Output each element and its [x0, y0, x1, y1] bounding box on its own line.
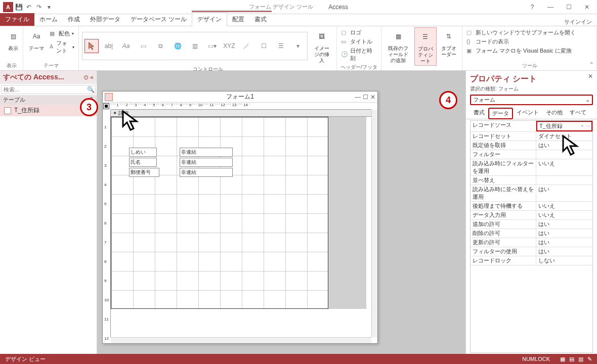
colors-button[interactable]: ▦配色▾ — [49, 29, 75, 38]
nav-pane-dropdown-icon[interactable]: ⊙ « — [83, 74, 94, 81]
property-value[interactable]: はい — [536, 185, 592, 201]
detail-section-bar[interactable]: ✦ 詳細 — [111, 110, 371, 117]
textbox-icon[interactable]: ab| — [102, 39, 116, 53]
convert-macro-button[interactable]: ▣フォーム マクロを Visual Basic に変換 — [465, 47, 577, 55]
label-name[interactable]: 氏名 — [129, 158, 157, 167]
tab-design[interactable]: デザイン — [192, 13, 227, 26]
tab-file[interactable]: ファイル — [0, 13, 34, 26]
vertical-ruler[interactable]: 1 2 3 4 5 6 7 8 9 10 11 12 — [103, 110, 111, 337]
property-sheet-object-selector[interactable]: フォーム ⌄ — [470, 95, 593, 105]
ps-tab-data[interactable]: データ — [488, 108, 513, 119]
tab-create[interactable]: 作成 — [63, 13, 85, 26]
pointer-icon[interactable] — [84, 39, 99, 53]
design-view-icon[interactable]: ✎ — [587, 356, 592, 362]
ps-tab-format[interactable]: 書式 — [470, 107, 488, 119]
form-close-icon[interactable]: ✕ — [370, 94, 375, 101]
property-row[interactable]: フィルターの使用はい — [471, 247, 592, 256]
ps-tab-event[interactable]: イベント — [513, 107, 542, 119]
form-maximize-icon[interactable]: ☐ — [363, 94, 368, 101]
property-value[interactable]: はい — [536, 238, 592, 247]
property-row[interactable]: 読み込み時に並べ替えを運用はい — [471, 185, 592, 202]
combobox-icon[interactable]: ▭▾ — [205, 39, 219, 53]
property-sheet-button[interactable]: ☰ プロパティシート — [414, 27, 437, 66]
textbox-postal[interactable]: 非連結 — [180, 168, 233, 177]
ps-tab-all[interactable]: すべて — [566, 107, 590, 119]
horizontal-scrollbar[interactable] — [111, 337, 371, 343]
property-row[interactable]: 追加の許可はい — [471, 220, 592, 229]
title-button[interactable]: ▭タイトル — [340, 37, 378, 46]
close-icon[interactable]: ✕ — [580, 4, 594, 11]
property-value[interactable]: はい — [536, 220, 592, 229]
label-icon[interactable]: Aa — [119, 39, 133, 53]
view-code-button[interactable]: {}コードの表示 — [465, 37, 577, 46]
property-value[interactable]: はい — [536, 247, 592, 256]
label-shimei[interactable]: しめい — [129, 148, 157, 157]
vertical-scrollbar[interactable] — [371, 110, 377, 337]
maximize-icon[interactable]: ☐ — [562, 4, 576, 11]
property-row[interactable]: 更新の許可はい — [471, 238, 592, 247]
tab-order-button[interactable]: ⇅ タブオーダー — [439, 27, 459, 59]
hyperlink-icon[interactable]: 🌐 — [170, 39, 185, 53]
save-icon[interactable]: 💾 — [14, 3, 23, 12]
minimize-icon[interactable]: — — [543, 4, 558, 11]
controls-gallery[interactable]: ab| Aa ▭ ⧉ 🌐 ▥ ▭▾ XYZ ／ ☐ ☰ ▾ — [82, 32, 308, 60]
toggle-icon[interactable]: ☐ — [257, 39, 271, 53]
tab-control-icon[interactable]: ⧉ — [153, 39, 167, 53]
redo-icon[interactable]: ↷ — [34, 3, 44, 12]
tab-arrange[interactable]: 配置 — [227, 13, 249, 26]
datetime-button[interactable]: 🕒日付と時刻 — [340, 47, 378, 63]
listbox-icon[interactable]: ☰ — [274, 39, 288, 53]
ps-tab-other[interactable]: その他 — [542, 107, 566, 119]
property-value[interactable]: T_住所録⌄ … — [536, 121, 592, 131]
tab-home[interactable]: ホーム — [34, 13, 63, 26]
property-row[interactable]: レコードソースT_住所録⌄ … — [471, 121, 592, 132]
add-existing-fields-button[interactable]: ▦ 既存のフィールドの追加 — [385, 27, 412, 65]
button-icon[interactable]: ▭ — [136, 39, 150, 53]
tab-format[interactable]: 書式 — [249, 13, 272, 26]
line-icon[interactable]: ／ — [239, 39, 253, 53]
textbox-name[interactable]: 非連結 — [180, 158, 233, 167]
form-view-icon[interactable]: ▦ — [560, 356, 565, 362]
subform-new-window-button[interactable]: ▢新しいウィンドウでサブフォームを開く — [465, 28, 577, 37]
tab-database-tools[interactable]: データベース ツール — [125, 13, 192, 26]
property-sheet-close-icon[interactable]: ✕ — [588, 73, 593, 80]
insert-image-button[interactable]: 🖼 イメージの挿入 — [310, 27, 333, 65]
property-row[interactable]: 並べ替え — [471, 176, 592, 185]
form-window-titlebar[interactable]: フォーム1 — ☐ ✕ — [103, 92, 377, 103]
property-value[interactable]: いいえ — [536, 211, 592, 219]
themes-button[interactable]: Aa テーマ — [26, 27, 47, 53]
search-icon[interactable]: 🔍 — [86, 85, 95, 94]
property-value[interactable]: しない — [536, 256, 592, 265]
property-value[interactable]: いいえ — [536, 159, 592, 175]
collapse-ribbon-icon[interactable]: ⌃ — [589, 61, 594, 68]
datasheet-view-icon[interactable]: ▤ — [569, 356, 574, 362]
property-row[interactable]: 後処理まで待機するいいえ — [471, 202, 592, 211]
horizontal-ruler[interactable]: ' ' ' 1 ' ' ' 2 ' ' ' 3 ' ' ' 4 ' ' ' 5 … — [111, 103, 371, 110]
view-button[interactable]: ▤ 表示 — [3, 27, 23, 53]
logo-button[interactable]: ▢ロゴ — [340, 28, 378, 37]
property-value[interactable]: はい — [536, 229, 592, 238]
label-postal[interactable]: 郵便番号 — [129, 168, 159, 177]
undo-icon[interactable]: ↶ — [24, 3, 33, 12]
chart-icon[interactable]: XYZ — [222, 39, 236, 53]
form-minimize-icon[interactable]: — — [355, 94, 361, 101]
nav-control-icon[interactable]: ▥ — [188, 39, 202, 53]
help-icon[interactable]: ? — [525, 4, 539, 11]
property-row[interactable]: レコードロックしない — [471, 256, 592, 265]
more-controls-icon[interactable]: ▾ — [291, 39, 305, 53]
form-selector[interactable] — [103, 103, 109, 109]
fonts-button[interactable]: Aフォント▾ — [49, 39, 75, 55]
signin-link[interactable]: サインイン — [564, 18, 592, 26]
textbox-shimei[interactable]: 非連結 — [180, 148, 233, 157]
property-value[interactable]: いいえ — [536, 202, 592, 210]
tab-external-data[interactable]: 外部データ — [85, 13, 125, 26]
property-dropdown-icon[interactable]: ⌄ … — [580, 122, 590, 127]
property-row[interactable]: 読み込み時にフィルターを運用いいえ — [471, 159, 592, 176]
property-row[interactable]: 削除の許可はい — [471, 229, 592, 238]
property-value[interactable] — [536, 176, 592, 185]
design-grid[interactable]: しめい 非連結 氏名 非連結 郵便番号 非連結 — [111, 117, 328, 309]
qat-dropdown-icon[interactable]: ▾ — [45, 3, 54, 12]
layout-view-icon[interactable]: ▥ — [578, 356, 583, 362]
property-row[interactable]: データ入力用いいえ — [471, 211, 592, 220]
nav-search-input[interactable] — [2, 85, 86, 94]
